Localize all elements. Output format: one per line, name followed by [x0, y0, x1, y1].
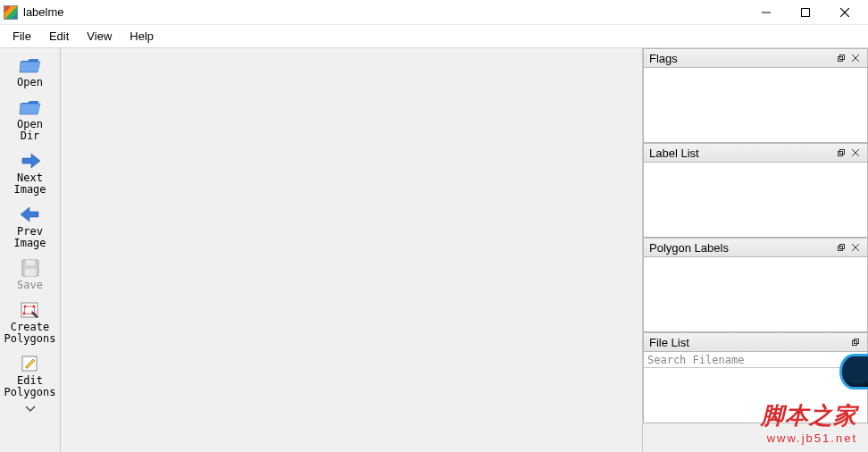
- panel-flags-header[interactable]: Flags: [643, 48, 868, 68]
- left-toolbar: Open Open Dir Next Image Prev Image: [0, 48, 61, 452]
- panel-flags-close-button[interactable]: [849, 52, 862, 64]
- open-dir-label2: Dir: [21, 130, 40, 142]
- minimize-icon: [762, 8, 771, 17]
- menu-bar: File Edit View Help: [0, 25, 868, 48]
- open-button[interactable]: Open: [2, 52, 59, 90]
- panel-flags-body[interactable]: [643, 68, 868, 143]
- overlay-bubble: [839, 354, 868, 389]
- float-icon: [838, 244, 846, 252]
- next-label2: Image: [13, 184, 46, 196]
- float-icon: [838, 149, 846, 157]
- float-icon: [838, 54, 846, 63]
- save-button: Save: [2, 255, 59, 293]
- chevron-down-icon: [25, 406, 36, 413]
- panel-flags-float-button[interactable]: [835, 52, 847, 64]
- panel-polygon-labels-body[interactable]: [643, 257, 868, 332]
- open-dir-button[interactable]: Open Dir: [2, 94, 59, 144]
- main-area: Open Open Dir Next Image Prev Image: [0, 48, 868, 452]
- menu-edit[interactable]: Edit: [40, 27, 78, 46]
- maximize-icon: [801, 8, 810, 17]
- panel-file-list-header[interactable]: File List: [643, 332, 868, 352]
- svg-rect-5: [26, 260, 35, 265]
- panel-label-list: Label List: [643, 143, 868, 238]
- svg-rect-1: [802, 8, 810, 16]
- close-icon: [852, 244, 859, 251]
- toolbar-overflow-chevron[interactable]: [25, 406, 36, 413]
- panel-file-list-float-button[interactable]: [849, 336, 862, 348]
- panel-polygon-labels-close-button[interactable]: [849, 241, 862, 254]
- canvas-area[interactable]: [61, 48, 643, 452]
- panel-flags-title: Flags: [649, 52, 833, 65]
- create-label2: Polygons: [4, 333, 56, 345]
- edit-label2: Polygons: [4, 387, 56, 398]
- title-bar: labelme: [0, 0, 868, 25]
- next-image-button[interactable]: Next Image: [2, 147, 59, 197]
- panel-file-list: File List: [643, 332, 868, 423]
- save-label: Save: [17, 280, 43, 291]
- prev-label2: Image: [13, 238, 46, 249]
- minimize-button[interactable]: [747, 0, 786, 25]
- menu-help[interactable]: Help: [121, 27, 163, 46]
- menu-view[interactable]: View: [78, 27, 121, 46]
- right-panel-column: Flags Label List Polygon Labels: [643, 48, 868, 452]
- folder-open-icon: [19, 55, 42, 75]
- close-icon: [852, 149, 859, 156]
- panel-flags: Flags: [643, 48, 868, 143]
- panel-label-list-header[interactable]: Label List: [643, 143, 868, 163]
- panel-label-list-float-button[interactable]: [835, 146, 847, 159]
- panel-label-list-title: Label List: [649, 146, 833, 160]
- window-title: labelme: [23, 5, 747, 19]
- window-controls: [747, 0, 864, 25]
- create-polygons-button[interactable]: Create Polygons: [2, 297, 59, 347]
- file-list-area[interactable]: [644, 368, 867, 423]
- folder-dir-icon: [19, 97, 42, 117]
- panel-polygon-labels-header[interactable]: Polygon Labels: [643, 238, 868, 257]
- close-button[interactable]: [825, 0, 864, 25]
- menu-file[interactable]: File: [4, 27, 40, 46]
- edit-polygons-button[interactable]: Edit Polygons: [2, 350, 59, 400]
- arrow-left-icon: [19, 205, 42, 224]
- panel-polygon-labels-float-button[interactable]: [835, 241, 847, 254]
- app-icon: [4, 5, 18, 20]
- save-icon: [19, 258, 42, 278]
- close-icon: [852, 54, 859, 62]
- search-filename-input[interactable]: [644, 352, 867, 368]
- panel-label-list-body[interactable]: [643, 163, 868, 238]
- prev-image-button[interactable]: Prev Image: [2, 201, 59, 251]
- open-label: Open: [17, 77, 43, 88]
- panel-label-list-close-button[interactable]: [849, 146, 862, 159]
- close-icon: [840, 8, 849, 17]
- float-icon: [852, 339, 860, 347]
- panel-polygon-labels: Polygon Labels: [643, 238, 868, 332]
- maximize-button[interactable]: [786, 0, 825, 25]
- svg-rect-6: [25, 269, 36, 276]
- panel-file-list-body: [643, 352, 868, 423]
- panel-polygon-labels-title: Polygon Labels: [649, 241, 833, 255]
- panel-file-list-title: File List: [649, 336, 847, 349]
- edit-polygon-icon: [19, 354, 42, 373]
- arrow-right-icon: [19, 151, 42, 171]
- create-polygon-icon: [19, 300, 42, 320]
